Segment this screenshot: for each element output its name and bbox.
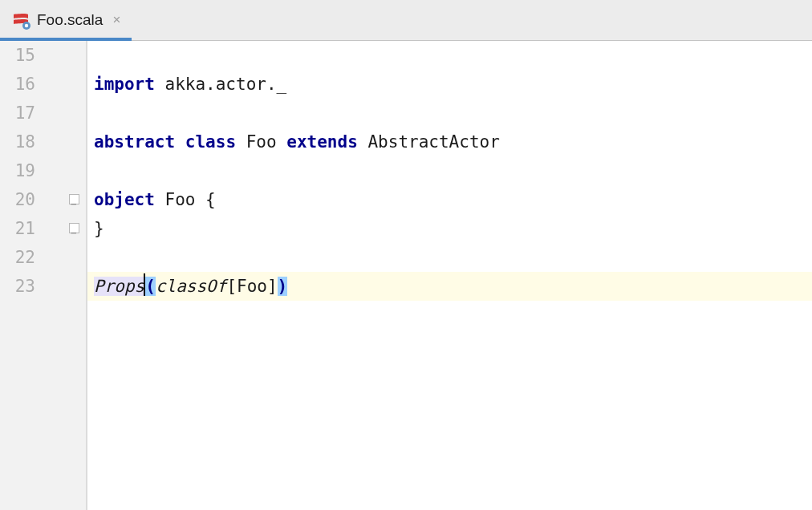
code-token <box>358 132 368 152</box>
line-number: 16 <box>0 70 35 99</box>
line-number: 19 <box>0 156 35 185</box>
code-line[interactable] <box>87 99 812 128</box>
code-token: ) <box>278 277 288 296</box>
line-number: 20 <box>0 185 35 214</box>
code-token: object <box>94 190 155 209</box>
code-line[interactable]: Props(classOf[Foo]) <box>87 272 812 301</box>
code-token: AbstractActor <box>367 132 499 152</box>
code-token <box>175 132 185 152</box>
line-number: 23 <box>0 272 35 301</box>
file-tab-label: Foo.scala <box>37 11 103 29</box>
fold-open-icon[interactable] <box>69 194 79 204</box>
code-token <box>277 132 287 152</box>
code-token: Foo <box>165 190 196 209</box>
gutter-edge <box>79 41 87 510</box>
code-line[interactable]: import akka.actor._ <box>87 70 812 99</box>
fold-markers <box>39 41 79 510</box>
line-number: 17 <box>0 99 35 128</box>
code-line[interactable]: } <box>87 214 812 243</box>
code-token: Props <box>94 277 144 296</box>
code-line[interactable] <box>87 156 812 185</box>
code-line[interactable]: abstract class Foo extends AbstractActor <box>87 128 812 156</box>
code-token <box>236 132 246 152</box>
code-token: akka.actor._ <box>165 75 287 94</box>
code-line[interactable] <box>87 41 812 70</box>
line-numbers: 151617181920212223 <box>0 41 39 510</box>
code-area[interactable]: import akka.actor._abstract class Foo ex… <box>87 41 812 510</box>
scala-file-icon <box>11 10 30 30</box>
code-token <box>155 75 165 94</box>
code-editor[interactable]: 151617181920212223 import akka.actor._ab… <box>0 41 812 510</box>
editor-tabbar: Foo.scala × <box>0 0 812 41</box>
code-token: extends <box>286 132 358 152</box>
code-token: Foo <box>246 132 277 152</box>
file-tab[interactable]: Foo.scala × <box>0 0 132 40</box>
code-line[interactable]: object Foo { <box>87 185 812 214</box>
line-number: 18 <box>0 128 35 156</box>
close-icon[interactable]: × <box>112 12 120 28</box>
line-number: 15 <box>0 41 35 70</box>
code-token: import <box>94 75 155 94</box>
gutter: 151617181920212223 <box>0 41 79 510</box>
code-token: classOf <box>156 277 227 296</box>
code-token: [Foo] <box>226 277 277 296</box>
fold-close-icon[interactable] <box>69 223 79 233</box>
svg-point-1 <box>25 24 28 27</box>
code-line[interactable] <box>87 243 812 272</box>
code-token: abstract <box>94 132 175 152</box>
line-number: 21 <box>0 214 35 243</box>
line-number: 22 <box>0 243 35 272</box>
code-token: { <box>195 190 215 209</box>
code-token: ( <box>145 277 156 296</box>
code-token: class <box>185 132 236 152</box>
code-token <box>155 190 165 209</box>
